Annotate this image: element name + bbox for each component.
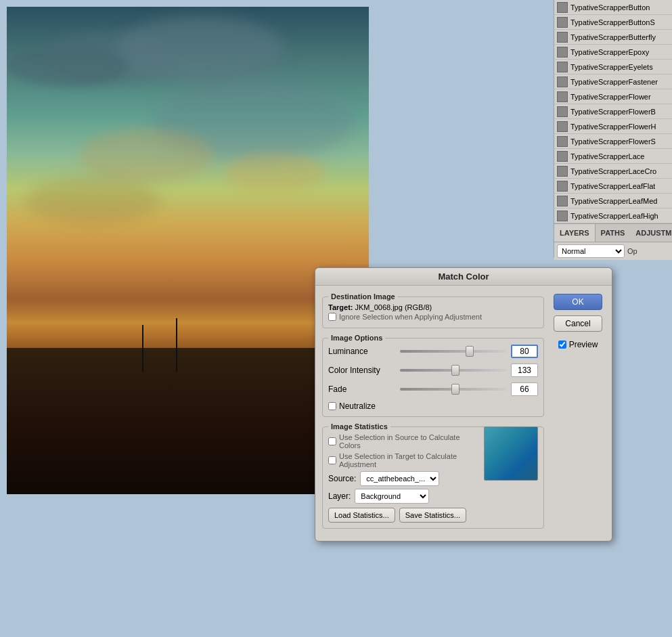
layer-thumbnail	[557, 106, 568, 117]
layer-name: TypativeScrapperEpoxy	[570, 48, 649, 56]
image-options-section: Image Options Luminance 80 Color Intensi…	[322, 334, 544, 417]
list-item[interactable]: TypativeScrapperEyelets	[554, 60, 672, 74]
source-label: Source:	[328, 474, 356, 483]
stats-section: Use Selection in Source to Calculate Col…	[328, 433, 538, 523]
use-selection-target-label: Use Selection in Target to Calculate Adj…	[339, 452, 470, 468]
layer-row: Layer: Background	[328, 489, 470, 504]
layer-name: TypativeScrapperLeafFlat	[570, 182, 655, 190]
layer-thumbnail	[557, 121, 568, 132]
list-item[interactable]: TypativeScrapperFastener	[554, 74, 672, 89]
layer-thumbnail	[557, 76, 568, 87]
layer-thumbnail	[557, 181, 568, 192]
layer-name: TypativeScrapperFlowerH	[570, 123, 656, 131]
use-selection-target-row: Use Selection in Target to Calculate Adj…	[328, 452, 470, 468]
source-select[interactable]: cc_atthebeach_...	[360, 471, 439, 486]
layer-thumbnail	[557, 136, 568, 147]
list-item[interactable]: TypativeScrapperButton	[554, 0, 672, 15]
neutralize-label: Neutralize	[339, 401, 376, 411]
blend-mode-row: Normal Op	[554, 242, 672, 260]
dialog-left: Destination Image Target: JKM_0068.jpg (…	[322, 292, 544, 534]
layer-thumbnail	[557, 91, 568, 102]
use-selection-source-row: Use Selection in Source to Calculate Col…	[328, 433, 470, 449]
layer-thumbnail	[557, 196, 568, 206]
luminance-slider[interactable]	[400, 350, 507, 353]
fade-label: Fade	[328, 385, 396, 394]
layer-name: TypativeScrapperLeafMed	[570, 197, 657, 205]
list-item[interactable]: TypativeScrapperButtonS	[554, 15, 672, 30]
image-statistics-section: Image Statistics Use Selection in Source…	[322, 422, 544, 529]
list-item[interactable]: TypativeScrapperLeafFlat	[554, 179, 672, 194]
preview-check-row: Preview	[558, 340, 598, 349]
luminance-value[interactable]: 80	[511, 345, 538, 358]
layer-thumbnail	[557, 62, 568, 72]
list-item[interactable]: TypativeScrapperLeafHigh	[554, 208, 672, 223]
list-item[interactable]: TypativeScrapperLace	[554, 149, 672, 164]
list-item[interactable]: TypativeScrapperFlower	[554, 89, 672, 104]
layer-name: TypativeScrapperButton	[570, 3, 650, 12]
use-selection-target-checkbox[interactable]	[328, 456, 336, 464]
layer-name: TypativeScrapperFlower	[570, 93, 651, 101]
color-intensity-value[interactable]: 133	[511, 364, 538, 377]
list-item[interactable]: TypativeScrapperEpoxy	[554, 45, 672, 60]
layer-label: Layer:	[328, 491, 351, 501]
list-item[interactable]: TypativeScrapperFlowerS	[554, 134, 672, 149]
color-intensity-slider[interactable]	[400, 369, 507, 372]
opacity-label: Op	[627, 247, 637, 255]
target-row: Target: JKM_0068.jpg (RGB/8)	[328, 303, 538, 311]
list-item[interactable]: TypativeScrapperLaceCro	[554, 164, 672, 179]
ignore-selection-label: Ignore Selection when Applying Adjustmen…	[339, 313, 482, 321]
list-item[interactable]: TypativeScrapperFlowerH	[554, 119, 672, 134]
list-item[interactable]: TypativeScrapperButterfly	[554, 30, 672, 45]
save-statistics-button[interactable]: Save Statistics...	[399, 508, 466, 523]
preview-label: Preview	[569, 340, 598, 349]
ignore-selection-checkbox[interactable]	[328, 313, 336, 321]
dialog-buttons: OK Cancel Preview	[551, 292, 605, 534]
layers-panel: TypativeScrapperButton TypativeScrapperB…	[554, 0, 672, 257]
layer-thumbnail	[557, 32, 568, 43]
list-item[interactable]: TypativeScrapperFlowerB	[554, 104, 672, 119]
layers-list: TypativeScrapperButton TypativeScrapperB…	[554, 0, 672, 223]
fade-row: Fade 66	[328, 382, 538, 396]
layer-name: TypativeScrapperFlowerB	[570, 108, 656, 116]
neutralize-checkbox[interactable]	[328, 402, 336, 410]
list-item[interactable]: TypativeScrapperLeafMed	[554, 194, 672, 208]
use-selection-source-label: Use Selection in Source to Calculate Col…	[339, 433, 470, 449]
layer-name: TypativeScrapperButtonS	[570, 18, 655, 26]
tab-layers[interactable]: LAYERS	[554, 224, 596, 242]
layer-name: TypativeScrapperEyelets	[570, 63, 653, 71]
ok-button[interactable]: OK	[554, 294, 602, 310]
layer-thumbnail	[557, 166, 568, 177]
layer-thumbnail	[557, 211, 568, 221]
target-value: JKM_0068.jpg (RGB/8)	[355, 303, 432, 311]
fade-value[interactable]: 66	[511, 382, 538, 396]
load-statistics-button[interactable]: Load Statistics...	[328, 508, 395, 523]
tab-paths[interactable]: PATHS	[596, 224, 631, 242]
blend-mode-select[interactable]: Normal	[557, 244, 625, 258]
layer-select[interactable]: Background	[355, 489, 429, 504]
match-color-dialog: Match Color Destination Image Target: JK…	[315, 267, 612, 542]
ignore-selection-row: Ignore Selection when Applying Adjustmen…	[328, 313, 538, 321]
luminance-row: Luminance 80	[328, 345, 538, 358]
image-statistics-legend: Image Statistics	[328, 422, 390, 431]
dialog-titlebar: Match Color	[315, 268, 612, 286]
stats-left: Use Selection in Source to Calculate Col…	[328, 433, 470, 523]
cancel-button[interactable]: Cancel	[554, 315, 602, 332]
layer-name: TypativeScrapperFlowerS	[570, 137, 656, 146]
layer-name: TypativeScrapperButterfly	[570, 33, 656, 41]
fade-slider[interactable]	[400, 388, 507, 391]
source-row: Source: cc_atthebeach_...	[328, 471, 470, 486]
layer-thumbnail	[557, 151, 568, 162]
color-intensity-label: Color Intensity	[328, 366, 396, 375]
color-intensity-row: Color Intensity 133	[328, 364, 538, 377]
destination-image-section: Destination Image Target: JKM_0068.jpg (…	[322, 292, 544, 328]
target-label: Target:	[328, 303, 353, 311]
layer-thumbnail	[557, 2, 568, 13]
dialog-body: Destination Image Target: JKM_0068.jpg (…	[315, 286, 612, 541]
layer-thumbnail	[557, 47, 568, 58]
layer-name: TypativeScrapperLace	[570, 152, 644, 160]
neutralize-row: Neutralize	[328, 401, 538, 411]
destination-legend: Destination Image	[328, 292, 398, 301]
tab-adjustments[interactable]: ADJUSTMENTS	[630, 224, 672, 242]
use-selection-source-checkbox[interactable]	[328, 437, 336, 445]
preview-checkbox[interactable]	[558, 341, 566, 349]
